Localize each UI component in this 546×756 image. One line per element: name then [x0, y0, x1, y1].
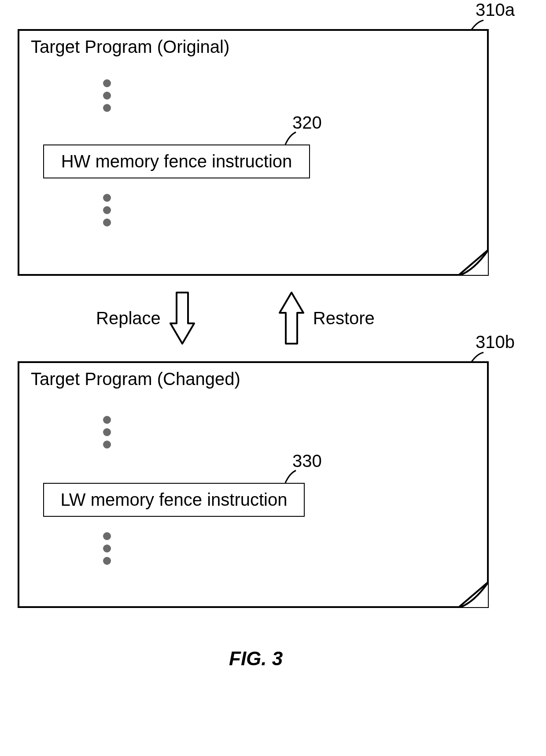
dot	[103, 206, 111, 214]
arrow-up-icon	[278, 291, 305, 345]
dot	[103, 79, 111, 87]
svg-marker-3	[458, 582, 489, 608]
ellipsis-dots	[103, 194, 111, 226]
ref-310b-label: 310b	[476, 332, 515, 352]
dot	[103, 441, 111, 448]
page-fold-icon	[458, 582, 489, 608]
dot	[103, 545, 111, 552]
ref-330-label: 330	[292, 451, 322, 471]
page-fold-icon	[458, 249, 489, 276]
ellipsis-dots	[103, 79, 111, 112]
changed-program-box: Target Program (Changed) 330 LW memory f…	[18, 361, 489, 608]
lw-instruction-box: LW memory fence instruction	[43, 483, 305, 517]
replace-restore-arrows: Replace Restore	[96, 291, 375, 345]
dot	[103, 557, 111, 565]
dot	[103, 532, 111, 540]
ellipsis-dots	[103, 416, 111, 448]
arrow-down-icon	[169, 291, 196, 345]
svg-marker-1	[170, 293, 194, 344]
hw-instruction-box: HW memory fence instruction	[43, 145, 310, 178]
dot	[103, 104, 111, 112]
dot	[103, 92, 111, 100]
svg-marker-0	[458, 249, 489, 276]
leader-330	[284, 470, 301, 485]
changed-program-title: Target Program (Changed)	[31, 369, 240, 389]
dot	[103, 416, 111, 424]
hw-instruction-text: HW memory fence instruction	[61, 152, 292, 171]
dot	[103, 428, 111, 436]
lw-instruction-text: LW memory fence instruction	[61, 490, 288, 509]
original-program-title: Target Program (Original)	[31, 37, 229, 57]
svg-marker-2	[280, 293, 303, 344]
replace-label: Replace	[96, 308, 161, 328]
original-program-box: Target Program (Original) 320 HW memory …	[18, 29, 489, 276]
figure-caption: FIG. 3	[229, 648, 283, 670]
dot	[103, 219, 111, 226]
ref-310a-label: 310a	[476, 0, 515, 20]
leader-320	[284, 131, 301, 146]
restore-label: Restore	[313, 308, 375, 328]
ref-320-label: 320	[292, 113, 322, 133]
ellipsis-dots	[103, 532, 111, 565]
dot	[103, 194, 111, 202]
